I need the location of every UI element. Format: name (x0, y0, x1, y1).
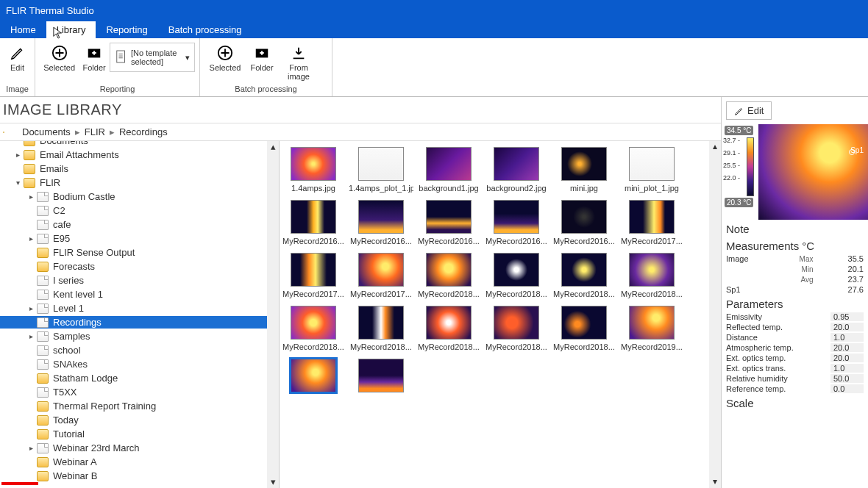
tree-node[interactable]: ▸Samples (0, 330, 279, 342)
tree-node[interactable]: ▸Bodium Castle (0, 190, 279, 203)
tree-node[interactable]: Today (0, 414, 279, 426)
file-icon (37, 304, 49, 314)
note-header: Note (722, 220, 868, 237)
tree-node[interactable]: school (0, 344, 279, 356)
tree-node[interactable]: ▸Webinar 23rd March (0, 442, 279, 454)
details-edit-button[interactable]: Edit (726, 101, 772, 120)
folder-icon (37, 429, 49, 439)
chevron-down-icon: ▾ (185, 53, 190, 62)
thumbnail-image (291, 359, 336, 392)
thumbnail[interactable]: MyRecord2018... (483, 253, 550, 298)
thumbnail[interactable]: background1.jpg (415, 147, 483, 193)
thumbnail[interactable]: MyRecord2016... (483, 200, 550, 245)
thumbnail[interactable]: MyRecord2017... (618, 200, 686, 245)
tree-label: Statham Lodge (53, 373, 118, 384)
tree-node[interactable]: Emails (0, 162, 279, 175)
thumbnail[interactable]: MyRecord2018... (550, 253, 618, 298)
expand-icon[interactable]: ▸ (26, 193, 35, 201)
color-scale: 34.5 °C 32.7 -29.1 -25.5 -22.0 - 20.3 °C (722, 124, 758, 220)
tree-node[interactable]: Kent level 1 (0, 288, 279, 301)
tree-node[interactable]: Forecasts (0, 260, 279, 273)
thumbnail-image (291, 200, 336, 234)
menu-item-batch-processing[interactable]: Batch processing (158, 21, 252, 38)
param-label: Distance (726, 333, 830, 342)
tree-node[interactable]: ▸E95 (0, 232, 279, 245)
thumbnail[interactable]: MyRecord2016... (550, 200, 618, 245)
thumbnail[interactable]: MyRecord2016... (415, 200, 483, 245)
tree-node[interactable]: I series (0, 274, 279, 287)
tree-node[interactable]: Webinar B (0, 470, 279, 482)
expand-icon[interactable]: ▸ (26, 332, 35, 340)
thumbnail[interactable]: MyRecord2018... (415, 253, 483, 298)
thumbnail[interactable]: 1.4amps_plot_1.jpg (347, 147, 415, 193)
thumbnail[interactable]: background2.jpg (483, 147, 550, 193)
expand-icon[interactable]: ▸ (26, 304, 35, 312)
expand-icon[interactable]: ▸ (26, 234, 35, 243)
thumbnail[interactable]: MyRecord2018... (415, 306, 483, 351)
meas-avg-label: Avg (791, 276, 814, 284)
param-value[interactable]: 0.95 (830, 312, 864, 321)
tree-node[interactable]: Webinar A (0, 456, 279, 468)
thumbnail[interactable]: MyRecord2018... (550, 306, 618, 351)
thumbnail[interactable]: 1.4amps.jpg (280, 147, 347, 193)
template-dropdown[interactable]: [No template selected] ▾ (110, 43, 195, 72)
batch-selected-button[interactable]: Selected (204, 43, 246, 73)
temp-low-badge: 20.3 °C (725, 198, 753, 207)
thumbnail[interactable]: MyRecord2018... (347, 306, 415, 351)
tree-label: FLIR Sense Output (53, 247, 135, 258)
thumbnail[interactable]: mini_plot_1.jpg (618, 147, 686, 193)
edit-button[interactable]: Edit (4, 43, 30, 73)
param-value[interactable]: 20.0 (830, 354, 864, 362)
breadcrumb-item[interactable]: Recordings (119, 126, 168, 137)
thumbnail[interactable] (347, 359, 415, 395)
menu-item-library[interactable]: Library (46, 21, 96, 38)
thumbnail[interactable]: MyRecord2017... (347, 253, 415, 298)
thumbnail[interactable]: MyRecord2016... (347, 200, 415, 245)
tree-node[interactable]: cafe (0, 218, 279, 231)
tree-node[interactable]: ▸Email Attachments (0, 148, 279, 161)
tree-node[interactable]: FLIR Sense Output (0, 246, 279, 259)
param-value[interactable]: 50.0 (830, 374, 864, 383)
reporting-selected-button[interactable]: Selected (40, 43, 79, 73)
folder-tree[interactable]: Documents▸Email AttachmentsEmails▾FLIR▸B… (0, 141, 280, 488)
param-value[interactable]: 1.0 (830, 364, 864, 373)
thumbnail[interactable]: MyRecord2018... (280, 306, 347, 351)
param-label: Reflected temp. (726, 323, 830, 331)
thumbnail[interactable] (280, 359, 347, 395)
meas-min-val: 20.1 (834, 265, 864, 273)
tree-node[interactable]: Recordings (0, 316, 279, 329)
tree-node[interactable]: Thermal Report Training (0, 400, 279, 412)
thumbnail[interactable]: MyRecord2018... (483, 306, 550, 351)
thumbs-scrollbar[interactable]: ▴▾ (709, 141, 721, 488)
thumbnail[interactable]: MyRecord2017... (280, 253, 347, 298)
reporting-folder-button[interactable]: Folder (79, 43, 110, 73)
thumbnail-grid[interactable]: 1.4amps.jpg1.4amps_plot_1.jpgbackground1… (280, 141, 721, 488)
breadcrumb-item[interactable]: FLIR (85, 126, 105, 137)
menu-item-home[interactable]: Home (0, 21, 46, 38)
tree-node[interactable]: Documents (0, 141, 279, 147)
menu-item-reporting[interactable]: Reporting (96, 21, 157, 38)
tree-node[interactable]: T5XX (0, 386, 279, 398)
batch-folder-button[interactable]: Folder (246, 43, 278, 73)
tree-node[interactable]: Statham Lodge (0, 372, 279, 384)
thumbnail[interactable]: mini.jpg (550, 147, 618, 193)
thumbnail[interactable]: MyRecord2016... (280, 200, 347, 245)
tree-scrollbar[interactable]: ▴▾ (267, 141, 279, 488)
expand-icon[interactable]: ▸ (13, 151, 22, 159)
thumbnail[interactable]: MyRecord2018... (618, 253, 686, 298)
tree-node[interactable]: C2 (0, 204, 279, 217)
param-value[interactable]: 0.0 (830, 384, 864, 393)
tree-node[interactable]: ▸Level 1 (0, 302, 279, 315)
param-value[interactable]: 20.0 (830, 343, 864, 352)
param-value[interactable]: 20.0 (830, 323, 864, 331)
expand-icon[interactable]: ▸ (26, 444, 35, 452)
thumbnail[interactable]: MyRecord2019... (618, 306, 686, 351)
expand-icon[interactable]: ▾ (13, 179, 22, 187)
param-value[interactable]: 1.0 (830, 333, 864, 342)
batch-from-image-button[interactable]: From image (278, 43, 319, 82)
tree-label: Bodium Castle (53, 191, 115, 202)
breadcrumb-item[interactable]: Documents (22, 126, 71, 137)
tree-node[interactable]: SNAkes (0, 358, 279, 370)
tree-node[interactable]: ▾FLIR (0, 176, 279, 189)
tree-node[interactable]: Tutorial (0, 428, 279, 440)
